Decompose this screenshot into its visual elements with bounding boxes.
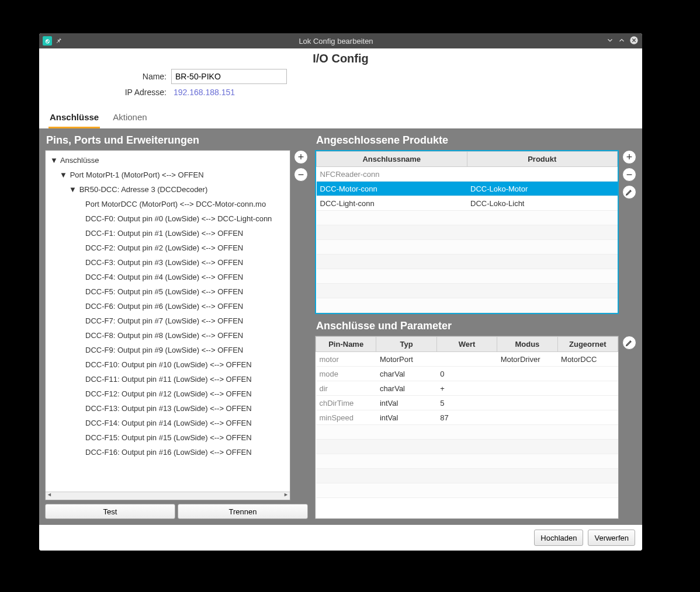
col-type[interactable]: Typ — [376, 337, 436, 352]
tree-item[interactable]: DCC-F7: Output pin #7 (LowSide) <--> OFF… — [46, 314, 290, 328]
header-form: Name: IP Adresse: 192.168.188.151 — [39, 68, 642, 105]
caret-icon[interactable]: ▼ — [50, 153, 57, 168]
empty-row — [316, 469, 618, 483]
add-button[interactable]: + — [294, 150, 308, 164]
tree-root-label: Anschlüsse — [60, 156, 99, 165]
horizontal-scrollbar[interactable] — [46, 492, 290, 500]
tree-level2[interactable]: ▼ BR50-DCC: Adresse 3 (DCCDecoder) — [46, 182, 290, 197]
tree-item[interactable]: DCC-F14: Output pin #14 (LowSide) <--> O… — [46, 416, 290, 430]
param-row[interactable]: dircharVal+ — [316, 381, 618, 396]
empty-row — [317, 225, 618, 240]
empty-row — [317, 269, 618, 284]
ip-address-link[interactable]: 192.168.188.151 — [171, 88, 235, 97]
product-row[interactable]: NFCReader-conn — [317, 167, 618, 182]
close-icon[interactable] — [629, 36, 639, 47]
test-button[interactable]: Test — [45, 504, 175, 519]
tree-view: ▼ Anschlüsse ▼ Port MotorPt-1 (MotorPort… — [45, 150, 290, 500]
remove-product-button[interactable]: − — [622, 168, 636, 182]
col-assigned[interactable]: Zugeornet — [557, 337, 618, 352]
empty-row — [317, 211, 618, 225]
params-title: Anschlüsse und Parameter — [315, 320, 636, 332]
upload-button[interactable]: Hochladen — [534, 530, 583, 546]
param-row[interactable]: motorMotorPortMotorDriverMotorDCC — [316, 352, 618, 367]
params-table: Pin-Name Typ Wert Modus Zugeornet motorM… — [315, 336, 619, 519]
tree-item[interactable]: DCC-F3: Output pin #3 (LowSide) <--> OFF… — [46, 255, 290, 270]
tree-root[interactable]: ▼ Anschlüsse — [46, 153, 290, 168]
caret-icon[interactable]: ▼ — [69, 182, 76, 197]
ip-label: IP Adresse: — [39, 88, 171, 97]
tree-item[interactable]: DCC-F16: Output pin #16 (LowSide) <--> O… — [46, 445, 290, 459]
window-title: Lok Config bearbeiten — [66, 37, 606, 46]
products-table: Anschlussname Produkt NFCReader-connDCC-… — [315, 150, 619, 314]
param-row[interactable]: chDirTimeintVal5 — [316, 396, 618, 410]
tree-item[interactable]: DCC-F13: Output pin #13 (LowSide) <--> O… — [46, 401, 290, 416]
footer: Hochladen Verwerfen — [39, 525, 642, 551]
product-row[interactable]: DCC-Light-connDCC-Loko-Licht — [317, 196, 618, 211]
col-mode[interactable]: Modus — [497, 337, 557, 352]
tree-item[interactable]: DCC-F0: Output pin #0 (LowSide) <--> DCC… — [46, 211, 290, 226]
col-connection-name[interactable]: Anschlussname — [317, 152, 467, 167]
empty-row — [317, 298, 618, 313]
tree-level1[interactable]: ▼ Port MotorPt-1 (MotorPort) <--> OFFEN — [46, 168, 290, 182]
tab-actions[interactable]: Aktionen — [112, 109, 148, 128]
empty-row — [316, 425, 618, 440]
tree-item[interactable]: DCC-F12: Output pin #12 (LowSide) <--> O… — [46, 386, 290, 401]
tree-item[interactable]: DCC-F8: Output pin #8 (LowSide) <--> OFF… — [46, 328, 290, 343]
product-row[interactable]: DCC-Motor-connDCC-Loko-Motor — [317, 182, 618, 196]
tree-item[interactable]: DCC-F15: Output pin #15 (LowSide) <--> O… — [46, 430, 290, 445]
tree-item[interactable]: DCC-F1: Output pin #1 (LowSide) <--> OFF… — [46, 226, 290, 241]
discard-button[interactable]: Verwerfen — [588, 530, 635, 546]
name-label: Name: — [39, 72, 171, 81]
edit-params-button[interactable] — [622, 336, 636, 350]
right-panel: Angeschlossene Produkte Anschlussname Pr… — [315, 134, 636, 519]
param-row[interactable]: minSpeedintVal87 — [316, 410, 618, 425]
titlebar: ⎋ Lok Config bearbeiten — [39, 33, 642, 48]
minimize-icon[interactable] — [606, 36, 614, 46]
tree-item[interactable]: Port MotorDCC (MotorPort) <--> DCC-Motor… — [46, 197, 290, 211]
tree-item[interactable]: DCC-F2: Output pin #2 (LowSide) <--> OFF… — [46, 241, 290, 255]
empty-row — [317, 240, 618, 255]
pins-title: Pins, Ports und Erweiterungen — [45, 134, 308, 147]
pin-icon[interactable] — [56, 37, 63, 46]
tree-item[interactable]: DCC-F5: Output pin #5 (LowSide) <--> OFF… — [46, 284, 290, 299]
edit-product-button[interactable] — [622, 185, 636, 199]
remove-button[interactable]: − — [294, 168, 308, 182]
tab-connections[interactable]: Anschlüsse — [48, 109, 100, 128]
app-window: ⎋ Lok Config bearbeiten I/O Config Name:… — [39, 33, 642, 551]
tree-item[interactable]: DCC-F6: Output pin #6 (LowSide) <--> OFF… — [46, 299, 290, 314]
empty-row — [317, 255, 618, 269]
col-product[interactable]: Produkt — [467, 152, 618, 167]
empty-row — [316, 454, 618, 469]
tree-item[interactable]: DCC-F10: Output pin #10 (LowSide) <--> O… — [46, 357, 290, 372]
tree-item[interactable]: DCC-F4: Output pin #4 (LowSide) <--> OFF… — [46, 270, 290, 284]
add-product-button[interactable]: + — [622, 150, 636, 164]
col-value[interactable]: Wert — [436, 337, 497, 352]
page-title: I/O Config — [39, 48, 642, 68]
empty-row — [316, 440, 618, 454]
left-panel: Pins, Ports und Erweiterungen ▼ Anschlüs… — [45, 134, 308, 519]
param-row[interactable]: modecharVal0 — [316, 367, 618, 381]
products-title: Angeschlossene Produkte — [315, 134, 636, 147]
tree-item[interactable]: DCC-F9: Output pin #9 (LowSide) <--> OFF… — [46, 343, 290, 357]
tree-body[interactable]: ▼ Anschlüsse ▼ Port MotorPt-1 (MotorPort… — [46, 151, 290, 492]
tree-item[interactable]: DCC-F11: Output pin #11 (LowSide) <--> O… — [46, 372, 290, 386]
tree-l2-label: BR50-DCC: Adresse 3 (DCCDecoder) — [79, 185, 208, 194]
app-icon: ⎋ — [43, 36, 52, 46]
name-input[interactable] — [171, 69, 287, 84]
tabs: Anschlüsse Aktionen — [39, 105, 642, 128]
empty-row — [316, 483, 618, 498]
maximize-icon[interactable] — [618, 36, 626, 46]
caret-icon[interactable]: ▼ — [60, 168, 67, 182]
disconnect-button[interactable]: Trennen — [178, 504, 308, 519]
tree-l1-label: Port MotorPt-1 (MotorPort) <--> OFFEN — [70, 170, 204, 179]
main-area: Pins, Ports und Erweiterungen ▼ Anschlüs… — [39, 128, 642, 525]
col-pin-name[interactable]: Pin-Name — [316, 337, 376, 352]
empty-row — [317, 284, 618, 298]
